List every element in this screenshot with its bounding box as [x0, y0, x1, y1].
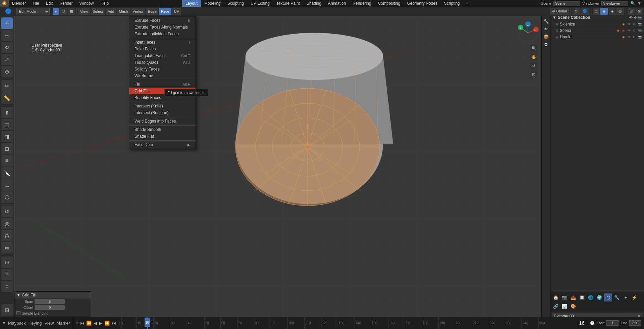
end-frame-input[interactable] — [629, 320, 641, 326]
tab-scripting[interactable]: Scripting — [441, 0, 463, 7]
step-fwd-btn[interactable]: ⏩ — [104, 321, 110, 326]
menu-render-item[interactable]: Render — [56, 0, 76, 7]
overlay-btn[interactable]: ⊞ — [628, 8, 635, 15]
menu-weld-edges[interactable]: Weld Edges into Faces — [129, 118, 196, 125]
workspace-tool[interactable]: ⊞ — [1, 304, 13, 316]
menu-face-data[interactable]: Face Data▶ — [129, 141, 196, 148]
sidebar-item[interactable]: 📦 — [542, 33, 550, 40]
menu-tris-to-quads[interactable]: Tris to QuadsAlt J — [129, 59, 196, 66]
poly-build-tool[interactable]: ⬡ — [1, 191, 13, 203]
select-btn[interactable]: Select — [91, 8, 105, 15]
measure-tool[interactable]: 📏 — [1, 92, 13, 104]
vertex-select-btn[interactable]: ● — [53, 8, 59, 15]
rotate-viewport-icon[interactable]: ↺ — [530, 62, 537, 69]
bisect-tool[interactable]: ⚊ — [1, 179, 13, 191]
tab-uv-editing[interactable]: UV Editing — [247, 0, 273, 7]
props-material-icon[interactable]: 🎨 — [569, 302, 577, 310]
simple-blending-checkbox[interactable] — [16, 311, 20, 315]
tab-modeling[interactable]: Modeling — [201, 0, 224, 7]
tab-texture-paint[interactable]: Texture Paint — [273, 0, 303, 7]
solid-mode-btn[interactable]: ◉ — [600, 8, 608, 15]
view-btn[interactable]: View — [78, 8, 90, 15]
proportional-edit-btn[interactable]: ⊙ — [573, 8, 580, 15]
menu-fill[interactable]: FillAlt F — [129, 81, 196, 88]
item-sel-icon2[interactable]: ⊙ — [632, 28, 637, 33]
item-orange-icon[interactable]: ◉ — [621, 22, 626, 27]
vertex-btn[interactable]: Vertex — [130, 8, 145, 15]
view-menu-btn[interactable]: View — [44, 321, 54, 326]
scene-coll-vis[interactable]: 👁 — [629, 16, 633, 19]
sidebar-active-tool[interactable]: 🔧 — [542, 17, 550, 25]
menu-triangulate[interactable]: Triangulate FacesCtrl T — [129, 52, 196, 59]
scene-input[interactable] — [553, 1, 580, 6]
menu-poke-faces[interactable]: Poke Faces — [129, 46, 196, 52]
menu-extrude-individual[interactable]: Extrude Individual Faces — [129, 31, 196, 37]
wireframe-mode-btn[interactable]: □ — [593, 8, 599, 15]
mesh-btn[interactable]: Mesh — [117, 8, 130, 15]
tab-shading[interactable]: Shading — [303, 0, 325, 7]
smooth-tool[interactable]: ◎ — [1, 218, 13, 229]
props-object-icon[interactable]: ⬡ — [604, 293, 612, 301]
view-layer-input[interactable] — [601, 1, 628, 6]
pan-icon[interactable]: ✋ — [530, 53, 537, 61]
perspective-icon[interactable]: ⊡ — [530, 71, 537, 78]
offset-edge-tool[interactable]: ≡ — [1, 155, 13, 167]
xray-btn[interactable]: ⊠ — [636, 8, 643, 15]
face-btn[interactable]: Face — [159, 8, 171, 15]
tab-geometry-nodes[interactable]: Geometry Nodes — [404, 0, 441, 7]
tab-compositing[interactable]: Compositing — [375, 0, 404, 7]
snap-btn[interactable]: 🔵 — [581, 8, 589, 15]
add-btn[interactable]: Add — [106, 8, 116, 15]
menu-extrude-faces[interactable]: Extrude FacesE — [129, 17, 196, 24]
props-world-icon[interactable]: 🌍 — [595, 293, 603, 301]
timeline-numbers[interactable]: 0 10 16 20 30 40 50 60 70 80 90 100 110 … — [120, 317, 577, 329]
item-vis-icon[interactable]: 👁 — [627, 22, 631, 27]
randomize-tool[interactable]: ⁂ — [1, 230, 13, 241]
edge-slide-tool[interactable]: ⇔ — [1, 242, 13, 253]
uv-btn[interactable]: UV — [172, 8, 181, 15]
operator-panel-header[interactable]: ▼ Grid Fill — [14, 292, 91, 298]
menu-wireframe[interactable]: Wireframe — [129, 73, 196, 79]
menu-solidify[interactable]: Solidify Faces — [129, 66, 196, 73]
offset-input[interactable] — [35, 305, 65, 310]
filter-icon[interactable]: ▼ — [637, 1, 641, 6]
item-vis-icon2[interactable]: 👁 — [627, 28, 631, 33]
step-back-btn[interactable]: ⏪ — [86, 321, 92, 326]
item-sel-icon[interactable]: ⊙ — [632, 22, 637, 27]
blender-logo[interactable] — [0, 0, 9, 7]
item-vis-icon3[interactable]: 👁 — [627, 35, 631, 39]
props-render-icon[interactable]: 📷 — [560, 293, 569, 301]
loop-cut-tool[interactable]: ⊟ — [1, 143, 13, 154]
play-btn[interactable]: ▶ — [98, 321, 103, 326]
props-particles-icon[interactable]: ✦ — [622, 293, 630, 301]
global-transform[interactable]: ⊕ Global — [550, 8, 569, 15]
jump-end-btn[interactable]: ⏭ — [111, 321, 117, 326]
scene-item-sklenice[interactable]: ▽ Sklenice ◉ 👁 ⊙ 📷 — [550, 21, 644, 28]
shrink-wrap-tool[interactable]: ⊜ — [1, 256, 13, 268]
item-ren-icon3[interactable]: 📷 — [637, 35, 642, 39]
to-sphere-tool[interactable]: ○ — [1, 281, 13, 292]
span-input[interactable] — [35, 299, 65, 304]
item-ren-icon[interactable]: 📷 — [637, 22, 642, 27]
cursor-tool[interactable]: ✛ — [1, 17, 13, 29]
scale-tool[interactable]: ⤢ — [1, 54, 13, 65]
inset-tool[interactable]: ◱ — [1, 119, 13, 130]
tab-layout[interactable]: Layout — [182, 0, 201, 7]
item-sel-icon3[interactable]: ⊙ — [632, 35, 637, 39]
menu-help-item[interactable]: Help — [97, 0, 112, 7]
material-preview-btn[interactable]: ◈ — [609, 8, 615, 15]
tab-rendering[interactable]: Rendering — [349, 0, 374, 7]
viewport-3d[interactable]: User Perspective (16) Cylinder.001 X Y Z… — [14, 16, 541, 317]
menu-window-item[interactable]: Window — [76, 0, 97, 7]
spin-tool[interactable]: ↺ — [1, 206, 13, 217]
menu-intersect-boolean[interactable]: Intersect (Boolean) — [129, 109, 196, 116]
mode-select[interactable]: Edit Mode Object Mode — [16, 8, 50, 15]
menu-inset-faces[interactable]: Inset FacesI — [129, 39, 196, 46]
marker-menu-btn[interactable]: Marker — [56, 321, 70, 326]
item-red-icon[interactable]: ◉ — [621, 28, 626, 33]
menu-extrude-faces-normals[interactable]: Extrude Faces Along Normals — [129, 24, 196, 31]
rotate-tool[interactable]: ↻ — [1, 42, 13, 53]
menu-shade-smooth[interactable]: Shade Smooth — [129, 126, 196, 133]
props-output-icon[interactable]: 📤 — [569, 293, 577, 301]
scene-item-hmek[interactable]: ▽ Hmek ◉ 👁 ⊙ 📷 — [550, 34, 644, 40]
